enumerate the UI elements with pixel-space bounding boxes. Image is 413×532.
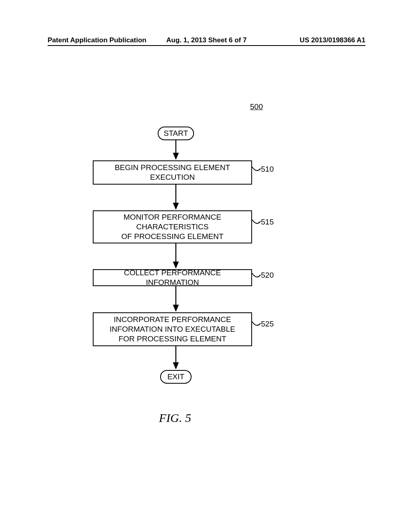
step-ref-525: 525 [261,320,274,328]
step-ref-515: 515 [261,218,274,227]
process-step-515-text: MONITOR PERFORMANCE CHARACTERISTICS OF P… [121,212,223,241]
page: Patent Application Publication Aug. 1, 2… [0,0,413,532]
terminal-start: START [158,127,194,140]
figure-caption: FIG. 5 [159,411,191,425]
process-step-525: INCORPORATE PERFORMANCE INFORMATION INTO… [93,312,252,346]
terminal-exit: EXIT [160,370,192,384]
figure-ref-number: 500 [250,102,263,111]
process-step-510: BEGIN PROCESSING ELEMENT EXECUTION [93,160,252,185]
step-ref-510: 510 [261,165,274,174]
process-step-520: COLLECT PERFORMANCE INFORMATION [93,269,252,286]
step-ref-520: 520 [261,271,274,280]
process-step-520-text: COLLECT PERFORMANCE INFORMATION [98,268,247,287]
page-header: Patent Application Publication Aug. 1, 2… [48,32,365,46]
header-center: Aug. 1, 2013 Sheet 6 of 7 [48,36,365,44]
process-step-525-text: INCORPORATE PERFORMANCE INFORMATION INTO… [110,315,235,343]
connectors [0,0,413,532]
process-step-515: MONITOR PERFORMANCE CHARACTERISTICS OF P… [93,210,252,243]
process-step-510-text: BEGIN PROCESSING ELEMENT EXECUTION [115,163,230,182]
